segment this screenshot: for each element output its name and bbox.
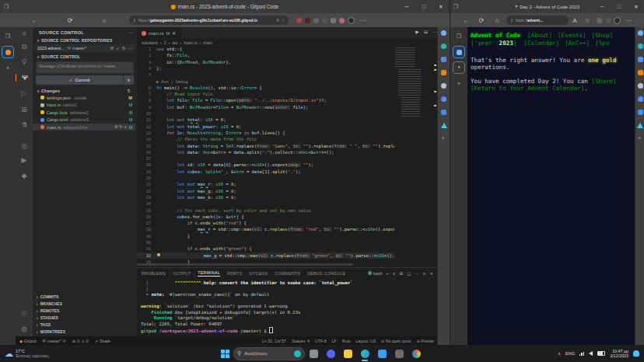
open-file-icon[interactable]: ⧉ — [114, 124, 117, 130]
address-bar[interactable]: ⚷ https://galaxygamin-2023advento-g0ts1z… — [129, 16, 289, 25]
codelens-run-debug[interactable]: ▶ Run | Debug — [137, 78, 394, 85]
commit-message-input[interactable]: Message (Ctrl+Enter to commit on "maste.… — [36, 61, 134, 74]
reload-icon[interactable]: ⟳ — [64, 17, 76, 24]
repo-row[interactable]: 2023-advent... Ψ master* ⟳ ✓ ↻ ⋯ — [34, 44, 135, 52]
share-link[interactable]: [Share] — [591, 78, 616, 85]
battery-icon[interactable] — [597, 351, 605, 356]
gitpod-panel-icon[interactable]: ◎ — [16, 142, 33, 150]
code-line[interactable]: 20 — [137, 175, 394, 181]
code-line[interactable]: 32 max_g = std::cmp::max(v1: c.replace(f… — [137, 252, 394, 259]
clock[interactable]: 10:47 μμ 2/12/2023 — [610, 349, 628, 358]
code-line[interactable]: 4}; — [137, 65, 394, 71]
status-item-utf-8[interactable]: UTF-8 — [315, 339, 327, 343]
people-icon[interactable] — [441, 83, 446, 89]
scm-section-commits[interactable]: ›COMMITS — [33, 293, 137, 300]
panel-more-icon[interactable]: ⋯ — [129, 30, 134, 35]
gitpod-status-item[interactable]: ◆ Gitpod — [19, 339, 36, 343]
browser-essentials-icon[interactable] — [597, 18, 602, 23]
code-line[interactable]: 14 // Parse the data from the file — [137, 136, 394, 142]
shopping-tag-icon[interactable] — [638, 57, 643, 62]
chevron-down-icon[interactable]: ∨ — [37, 38, 40, 43]
split-screen-icon[interactable] — [322, 18, 327, 23]
tab-actions-icon[interactable]: ❒ — [2, 31, 13, 42]
aoc-nav-link-shop[interactable]: [Shop] — [592, 32, 613, 39]
status-item-lf[interactable]: LF — [332, 339, 337, 343]
code-line[interactable]: 13 for ln: Result<String, Error> in buf.… — [137, 130, 394, 136]
workspaces-icon[interactable]: ❒ — [453, 4, 458, 10]
status-item-layout-us[interactable]: Layout: US — [355, 339, 376, 343]
code-line[interactable]: 19 let cubes: Split<'_, &str> = data[1].… — [137, 169, 394, 175]
panel-tab-debug-console[interactable]: DEBUG CONSOLE — [307, 271, 345, 276]
commit-dropdown[interactable]: ∨ — [124, 75, 134, 85]
sync-icon[interactable]: ⟳ — [110, 46, 114, 50]
commit-check-icon[interactable]: ✓ — [116, 46, 120, 50]
code-line[interactable]: 8 let file: File = File::open(path: "../… — [137, 97, 394, 103]
panel-tab-problems[interactable]: PROBLEMS — [142, 271, 166, 276]
source-control-icon[interactable]: Ψ — [16, 74, 33, 82]
code-line[interactable]: 6fn main() -> Result<(), std::io::Error>… — [137, 85, 394, 91]
aoc-nav-link-about[interactable]: [About] — [527, 32, 552, 39]
roblox-icon[interactable] — [393, 347, 405, 360]
kill-terminal-icon[interactable]: ▢ — [407, 271, 411, 276]
favorite-star-icon[interactable]: ☆ — [282, 18, 285, 23]
close-panel-icon[interactable]: ✕ — [429, 271, 433, 276]
reload-icon[interactable]: ⟳ — [475, 17, 488, 24]
split-screen-icon[interactable] — [605, 18, 611, 23]
address-bar[interactable]: ⚷ https://advent... — [506, 16, 569, 25]
more-menu-icon[interactable]: ⋯ — [622, 17, 635, 24]
microsoft-365-icon[interactable] — [441, 70, 446, 75]
run-file-icon[interactable]: ▶ — [415, 29, 419, 37]
change-row-Cargo-lock[interactable]: Cargo.locksolutions/2U — [33, 109, 135, 116]
shopping-tag-icon[interactable] — [441, 57, 446, 62]
adblock-extension-icon[interactable] — [296, 18, 302, 23]
close-button[interactable]: ✕ — [432, 0, 450, 13]
task-view-icon[interactable] — [307, 347, 320, 360]
menu-icon[interactable]: ≡ — [16, 30, 33, 37]
paint-app-icon[interactable] — [410, 347, 422, 360]
drop-icon[interactable] — [637, 123, 643, 128]
panel-tab-comments[interactable]: COMMENTS — [275, 271, 301, 276]
designer-icon[interactable] — [638, 110, 643, 115]
panel-tab-terminal[interactable]: TERMINAL — [198, 270, 220, 277]
tab-main-rs[interactable]: main.rs U ✕ — [137, 27, 181, 39]
panel-tab-output[interactable]: OUTPUT — [173, 271, 191, 276]
stage-changes-icon[interactable]: + — [124, 124, 127, 130]
code-line[interactable]: 17 — [137, 155, 394, 162]
scm-section-tags[interactable]: ›TAGS — [33, 321, 137, 328]
language-indicator[interactable]: ENG — [565, 351, 575, 356]
settings-gear-icon[interactable]: ⚙ — [16, 325, 33, 333]
drop-icon[interactable] — [441, 123, 447, 128]
terminal-dropdown-icon[interactable]: ∨ — [393, 271, 396, 276]
code-line[interactable]: 3 io::{BufRead, BufReader}, — [137, 59, 394, 65]
code-line[interactable]: 22 let mut max_g: u16 = 0; — [137, 188, 394, 194]
more-menu-icon[interactable]: ⋯ — [356, 17, 369, 24]
workspaces-icon[interactable]: ❒ — [4, 4, 9, 10]
code-line[interactable]: 24 — [137, 200, 394, 207]
split-editor-icon[interactable]: ⊟ — [424, 29, 428, 37]
status-item-spaces-4[interactable]: Spaces: 4 — [292, 339, 310, 343]
copilot-icon[interactable] — [638, 96, 643, 102]
aoc-nav-link-aoc++[interactable]: [AoC++] — [565, 40, 590, 47]
account-icon[interactable]: ☉ — [16, 310, 33, 318]
tab-actions-icon[interactable]: ❒ — [453, 31, 464, 42]
maximize-button[interactable]: □ — [611, 0, 628, 13]
bing-search-icon[interactable] — [638, 44, 643, 49]
change-row-main-rs[interactable]: main.rssolutions/2/src⧉↻+U — [33, 124, 135, 131]
taskbar-search[interactable]: ⚲ Αναζήτηση — [233, 347, 305, 360]
microsoft-365-icon[interactable] — [638, 70, 643, 75]
code-editor[interactable]: 1use std::{2 fs::File,3 io::{BufRead, Bu… — [137, 46, 438, 263]
code-line[interactable]: 25 // For each cube, sort by color and s… — [137, 207, 394, 214]
edge-icon[interactable] — [359, 347, 371, 360]
add-sidebar-app-icon[interactable]: + — [638, 136, 643, 141]
breadcrumb-item[interactable]: main.rs — [184, 40, 197, 45]
code-line[interactable]: 18 let id: u16 = data[0].parse::<u16>().… — [137, 162, 394, 168]
code-line[interactable]: 5 — [137, 71, 394, 78]
panel-tab-ports[interactable]: PORTS — [227, 271, 242, 276]
minimize-button[interactable]: ─ — [398, 0, 415, 13]
discord-icon[interactable] — [324, 347, 337, 360]
code-line[interactable]: 2 fs::File, — [137, 52, 394, 58]
aoc-year[interactable]: 2023 — [499, 40, 513, 47]
code-line[interactable]: 16 let data: Vec<&str> = data.split(":")… — [137, 149, 394, 155]
profile-avatar[interactable] — [614, 17, 621, 24]
code-line[interactable]: 23 let mut max_b: u16 = 0; — [137, 194, 394, 200]
